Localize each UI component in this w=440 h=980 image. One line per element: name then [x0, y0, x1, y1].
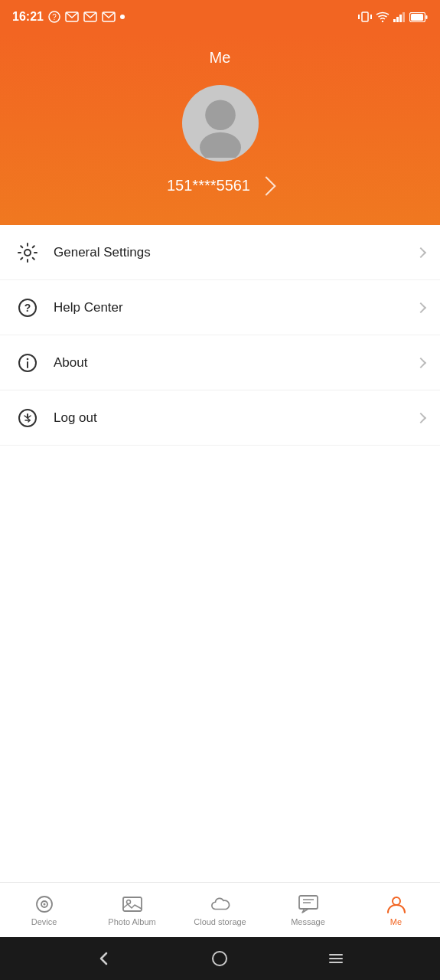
svg-point-18 — [200, 132, 241, 158]
nav-item-device[interactable]: Device — [0, 883, 88, 937]
nav-item-cloud-storage[interactable]: Cloud storage — [176, 883, 264, 937]
menu-item-about[interactable]: About — [0, 335, 440, 390]
message-nav-icon — [298, 894, 318, 914]
nav-item-me[interactable]: Me — [352, 883, 440, 937]
email-icon-3 — [102, 11, 116, 22]
email-icon-1 — [65, 11, 79, 22]
general-settings-chevron-icon — [416, 247, 426, 257]
signal-icon — [393, 11, 406, 22]
menu-item-help-center[interactable]: ? Help Center — [0, 280, 440, 335]
svg-rect-13 — [403, 12, 405, 22]
log-out-label: Log out — [54, 410, 417, 426]
log-out-chevron-icon — [416, 412, 426, 423]
svg-rect-15 — [426, 15, 428, 19]
photo-album-nav-label: Photo Album — [108, 917, 155, 926]
svg-rect-37 — [329, 958, 343, 959]
menu-list: General Settings ? Help Center About — [0, 225, 440, 446]
location-icon: ? — [48, 11, 60, 23]
system-nav-bar — [0, 937, 440, 980]
battery-icon — [409, 12, 428, 22]
svg-point-9 — [382, 21, 383, 22]
dot-icon — [120, 15, 125, 19]
profile-header: Me 151****5561 — [0, 34, 440, 225]
svg-rect-29 — [123, 897, 142, 911]
svg-text:?: ? — [52, 13, 57, 21]
email-icon-2 — [83, 11, 97, 22]
svg-rect-6 — [362, 12, 368, 21]
photo-album-nav-icon — [122, 894, 142, 914]
svg-point-35 — [213, 952, 227, 965]
me-nav-label: Me — [390, 917, 402, 926]
gear-icon — [15, 240, 40, 265]
phone-chevron-icon — [256, 176, 275, 195]
nav-item-photo-album[interactable]: Photo Album — [88, 883, 176, 937]
about-chevron-icon — [416, 357, 426, 368]
about-label: About — [54, 355, 417, 371]
menu-item-general-settings[interactable]: General Settings — [0, 225, 440, 280]
svg-point-19 — [24, 250, 31, 256]
vibrate-icon — [358, 11, 372, 23]
svg-point-17 — [205, 100, 236, 130]
menu-button[interactable] — [328, 950, 344, 967]
nav-item-message[interactable]: Message — [264, 883, 352, 937]
phone-number-row[interactable]: 151****5561 — [167, 177, 273, 194]
svg-point-34 — [393, 897, 400, 905]
status-left: 16:21 ? — [12, 10, 125, 24]
back-button[interactable] — [96, 950, 112, 967]
svg-point-30 — [126, 900, 130, 903]
svg-rect-36 — [329, 954, 343, 956]
svg-point-24 — [27, 358, 29, 360]
logout-icon — [15, 406, 40, 430]
status-time: 16:21 — [12, 10, 44, 24]
avatar[interactable] — [182, 85, 259, 162]
status-bar: 16:21 ? — [0, 0, 440, 34]
svg-rect-16 — [411, 14, 423, 21]
help-center-label: Help Center — [54, 300, 417, 315]
device-nav-icon — [34, 894, 54, 914]
status-right — [358, 11, 428, 23]
svg-rect-11 — [396, 17, 399, 22]
cloud-storage-nav-label: Cloud storage — [194, 917, 246, 926]
home-button[interactable] — [211, 950, 228, 967]
help-center-chevron-icon — [416, 302, 426, 312]
svg-rect-12 — [399, 15, 402, 22]
info-icon — [15, 351, 40, 375]
bottom-nav: Device Photo Album Cloud storage — [0, 882, 440, 937]
page-title: Me — [210, 49, 231, 67]
message-nav-label: Message — [291, 917, 325, 926]
cloud-storage-nav-icon — [210, 894, 230, 914]
wifi-icon — [376, 11, 389, 22]
general-settings-label: General Settings — [54, 245, 417, 260]
svg-point-28 — [43, 903, 45, 905]
avatar-image — [186, 89, 255, 158]
svg-point-5 — [120, 15, 125, 19]
svg-text:?: ? — [24, 302, 31, 314]
svg-rect-38 — [329, 962, 343, 963]
menu-item-log-out[interactable]: Log out — [0, 390, 440, 446]
device-nav-label: Device — [31, 917, 57, 926]
question-icon: ? — [15, 296, 40, 320]
phone-number: 151****5561 — [167, 177, 250, 194]
svg-rect-10 — [393, 19, 396, 22]
me-nav-icon — [386, 894, 406, 914]
